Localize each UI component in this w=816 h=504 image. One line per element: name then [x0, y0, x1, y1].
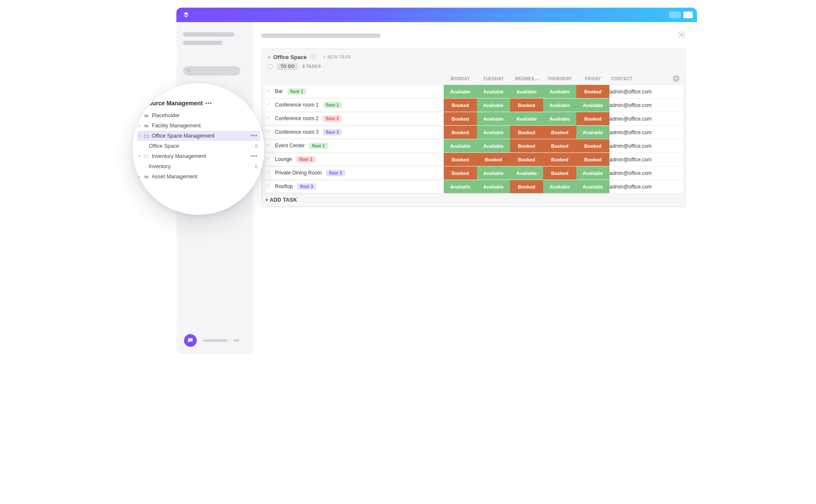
availability-cell[interactable]: Booked [510, 139, 543, 152]
availability-cell[interactable]: Booked [576, 139, 609, 152]
floor-tag[interactable]: floor 1 [309, 143, 328, 149]
availability-cell[interactable]: Booked [510, 180, 543, 193]
availability-cell[interactable]: Available [576, 126, 609, 139]
contact-cell[interactable]: admin@office.com [609, 126, 670, 139]
contact-cell[interactable]: admin@office.com [609, 85, 670, 99]
contact-cell[interactable]: admin@office.com [609, 99, 670, 112]
availability-cell[interactable]: Available [477, 139, 510, 152]
availability-cell[interactable]: Available [477, 166, 510, 180]
collapse-caret-icon[interactable] [268, 56, 270, 59]
col-thursday[interactable]: THURSDAY [543, 73, 576, 85]
info-icon[interactable]: i [310, 54, 316, 60]
task-name-cell[interactable]: Private Dining Roomfloor 3 [265, 166, 444, 180]
availability-cell[interactable]: Booked [576, 85, 609, 98]
col-friday[interactable]: FRIDAY [576, 73, 609, 85]
availability-cell[interactable]: Booked [576, 112, 609, 125]
floor-tag[interactable]: floor 3 [326, 170, 345, 176]
space-title[interactable]: Resource Management [138, 100, 203, 107]
topbar-button-1[interactable] [669, 11, 681, 18]
availability-cell[interactable]: Available [510, 85, 543, 98]
availability-cell[interactable]: Available [543, 99, 576, 112]
availability-cell[interactable]: Available [543, 180, 576, 193]
table-row[interactable]: Loungefloor 2BookedBookedBookedBookedBoo… [265, 153, 682, 166]
availability-cell[interactable]: Available [444, 139, 477, 152]
col-tuesday[interactable]: TUESDAY [477, 73, 510, 85]
check-icon[interactable] [265, 115, 271, 122]
availability-cell[interactable]: Booked [576, 153, 609, 166]
settings-button[interactable] [677, 31, 686, 41]
tree-item-office-management[interactable]: ▾ Office Space Management ••• [137, 131, 260, 141]
floor-tag[interactable]: floor 1 [323, 102, 342, 108]
tree-item-inventory-management[interactable]: ▾ Inventory Management ••• [137, 151, 260, 161]
availability-cell[interactable]: Booked [477, 153, 510, 166]
floor-tag[interactable]: floor 2 [323, 115, 342, 122]
availability-cell[interactable]: Booked [543, 139, 576, 152]
topbar-button-2[interactable] [683, 11, 693, 18]
new-task-button[interactable]: + NEW TASK [323, 55, 351, 59]
availability-cell[interactable]: Booked [510, 153, 543, 166]
table-row[interactable]: Barfloor 1AvailableAvailableAvailableAva… [265, 85, 682, 99]
tree-item-asset[interactable]: ▸ Asset Management [137, 172, 260, 182]
task-name-cell[interactable]: Rooftopfloor 3 [265, 180, 444, 193]
availability-cell[interactable]: Booked [444, 166, 477, 180]
task-name-cell[interactable]: Event Centerfloor 1 [265, 139, 444, 152]
table-row[interactable]: Private Dining Roomfloor 3BookedAvailabl… [265, 166, 682, 180]
check-icon[interactable] [265, 183, 271, 190]
availability-cell[interactable]: Booked [444, 153, 477, 166]
check-icon[interactable] [265, 129, 271, 135]
status-circle-icon[interactable] [268, 64, 273, 69]
table-row[interactable]: Conference room 1floor 1BookedAvailableB… [265, 99, 682, 112]
availability-cell[interactable]: Booked [444, 99, 477, 112]
availability-cell[interactable]: Booked [543, 126, 576, 139]
availability-cell[interactable]: Available [576, 166, 609, 180]
availability-cell[interactable]: Available [543, 85, 576, 98]
availability-cell[interactable]: Available [444, 180, 477, 193]
tree-list-inventory[interactable]: Inventory 6 [148, 161, 260, 172]
table-row[interactable]: Conference room 2floor 2BookedAvailableA… [265, 112, 682, 126]
tree-item-placeholder[interactable]: ▸ Placeholder [137, 110, 260, 121]
col-contact[interactable]: CONTACT [609, 73, 670, 85]
tree-list-office-space[interactable]: Office Space 8 [148, 141, 260, 151]
availability-cell[interactable]: Available [510, 112, 543, 125]
chat-button[interactable] [184, 334, 197, 347]
table-row[interactable]: Conference room 3floor 3BookedAvailableB… [265, 126, 682, 139]
task-name-cell[interactable]: Conference room 2floor 2 [265, 112, 444, 125]
check-icon[interactable] [265, 142, 271, 149]
availability-cell[interactable]: Available [543, 112, 576, 125]
availability-cell[interactable]: Booked [543, 166, 576, 180]
floor-tag[interactable]: floor 1 [287, 88, 306, 95]
add-column-button[interactable]: + [673, 75, 680, 82]
tree-item-more-button[interactable]: ••• [251, 133, 258, 139]
availability-cell[interactable]: Available [477, 126, 510, 139]
floor-tag[interactable]: floor 3 [323, 129, 342, 135]
task-name-cell[interactable]: Conference room 3floor 3 [265, 126, 444, 139]
table-row[interactable]: Event Centerfloor 1AvailableAvailableBoo… [265, 139, 682, 153]
availability-cell[interactable]: Available [477, 85, 510, 98]
availability-cell[interactable]: Available [510, 166, 543, 180]
tree-item-facility[interactable]: ▸ Facility Management [137, 121, 260, 131]
contact-cell[interactable]: admin@office.com [609, 112, 670, 126]
sidebar-search[interactable] [183, 66, 240, 76]
contact-cell[interactable]: admin@office.com [609, 153, 670, 166]
availability-cell[interactable]: Available [477, 112, 510, 125]
availability-cell[interactable]: Booked [444, 126, 477, 139]
availability-cell[interactable]: Booked [510, 126, 543, 139]
space-more-button[interactable]: ••• [205, 100, 212, 106]
availability-cell[interactable]: Available [576, 180, 609, 193]
add-task-button[interactable]: + ADD TASK [265, 194, 682, 207]
task-name-cell[interactable]: Loungefloor 2 [265, 153, 444, 166]
availability-cell[interactable]: Available [477, 180, 510, 193]
floor-tag[interactable]: floor 3 [297, 183, 316, 190]
tree-item-more-button[interactable]: ••• [251, 153, 258, 159]
task-name-cell[interactable]: Conference room 1floor 1 [265, 99, 444, 112]
col-monday[interactable]: MONDAY [444, 73, 477, 85]
availability-cell[interactable]: Booked [510, 99, 543, 112]
availability-cell[interactable]: Booked [444, 112, 477, 125]
availability-cell[interactable]: Available [444, 85, 477, 98]
contact-cell[interactable]: admin@office.com [609, 180, 670, 194]
availability-cell[interactable]: Available [477, 99, 510, 112]
col-wednesday[interactable]: WEDNES... [510, 73, 543, 85]
table-row[interactable]: Rooftopfloor 3AvailableAvailableBookedAv… [265, 180, 682, 194]
task-name-cell[interactable]: Barfloor 1 [265, 85, 444, 98]
check-icon[interactable] [265, 169, 271, 176]
